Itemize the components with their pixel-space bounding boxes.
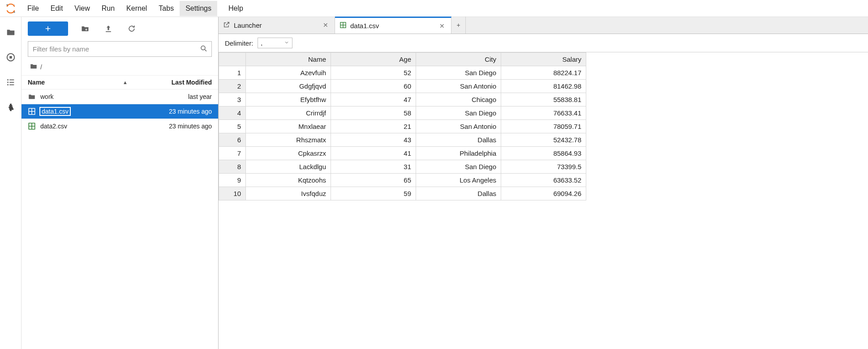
folder-icon: [28, 93, 37, 101]
table-row[interactable]: 1Azevfuih52San Diego88224.17: [219, 66, 586, 80]
cell[interactable]: 59: [331, 187, 416, 200]
row-number: 4: [219, 106, 246, 120]
cell[interactable]: Los Angeles: [416, 174, 501, 187]
cell[interactable]: 69094.26: [501, 187, 586, 200]
delimiter-value: ,: [261, 39, 262, 47]
cell[interactable]: Dallas: [416, 133, 501, 147]
svg-point-1: [13, 11, 15, 13]
file-list-header[interactable]: Name ▲ Last Modified: [21, 75, 218, 89]
tab-title: data1.csv: [350, 22, 434, 30]
menu-settings[interactable]: Settings: [180, 1, 217, 16]
cell[interactable]: Rhszmatx: [246, 133, 331, 147]
menu-view[interactable]: View: [69, 1, 95, 16]
menu-run[interactable]: Run: [96, 1, 120, 16]
cell[interactable]: 58: [331, 106, 416, 120]
breadcrumb[interactable]: /: [21, 60, 218, 75]
table-row[interactable]: 4Crirrdjf58San Diego76633.41: [219, 106, 586, 120]
delimiter-label: Delimiter:: [225, 39, 253, 47]
cell[interactable]: San Diego: [416, 66, 501, 80]
cell[interactable]: Lackdlgu: [246, 160, 331, 174]
cell[interactable]: 43: [331, 133, 416, 147]
column-header[interactable]: City: [416, 53, 501, 66]
file-browser: / Name ▲ Last Modified worklast yeardata…: [21, 17, 219, 349]
close-icon[interactable]: ✕: [321, 21, 330, 29]
table-row[interactable]: 7Cpkasrzx41Philadelphia85864.93: [219, 147, 586, 160]
column-header[interactable]: Salary: [501, 53, 586, 66]
cell[interactable]: Efybtfhw: [246, 93, 331, 106]
cell[interactable]: Dallas: [416, 187, 501, 200]
cell[interactable]: Cpkasrzx: [246, 147, 331, 160]
cell[interactable]: 60: [331, 80, 416, 93]
cell[interactable]: 21: [331, 120, 416, 133]
table-row[interactable]: 10Ivsfqduz59Dallas69094.26: [219, 187, 586, 200]
file-row[interactable]: data1.csv23 minutes ago: [21, 104, 218, 119]
launcher-icon: [223, 21, 230, 30]
table-row[interactable]: 5Mnxlaear21San Antonio78059.71: [219, 120, 586, 133]
table-row[interactable]: 2Gdgfjqvd60San Antonio81462.98: [219, 80, 586, 93]
close-icon[interactable]: ✕: [438, 22, 447, 30]
cell[interactable]: 31: [331, 160, 416, 174]
cell[interactable]: 73399.5: [501, 160, 586, 174]
row-number: 8: [219, 160, 246, 174]
delimiter-select[interactable]: ,: [258, 38, 292, 48]
file-row[interactable]: data2.csv23 minutes ago: [21, 119, 218, 133]
cell[interactable]: 81462.98: [501, 80, 586, 93]
toc-icon[interactable]: [4, 76, 17, 89]
folder-icon[interactable]: [4, 26, 17, 38]
column-header[interactable]: Age: [331, 53, 416, 66]
cell[interactable]: 78059.71: [501, 120, 586, 133]
cell[interactable]: 47: [331, 93, 416, 106]
cell[interactable]: 52: [331, 66, 416, 80]
cell[interactable]: Ivsfqduz: [246, 187, 331, 200]
upload-icon[interactable]: [102, 22, 115, 35]
menu-kernel[interactable]: Kernel: [120, 1, 153, 16]
extensions-icon[interactable]: [4, 101, 17, 114]
menubar: FileEditViewRunKernelTabsSettingsHelp: [0, 0, 868, 17]
cell[interactable]: Mnxlaear: [246, 120, 331, 133]
file-row[interactable]: worklast year: [21, 89, 218, 104]
menu-tabs[interactable]: Tabs: [153, 1, 180, 16]
cell[interactable]: Chicago: [416, 93, 501, 106]
cell[interactable]: Kqtzoohs: [246, 174, 331, 187]
row-number: 9: [219, 174, 246, 187]
menu-file[interactable]: File: [21, 1, 45, 16]
refresh-icon[interactable]: [125, 22, 138, 35]
menu-help[interactable]: Help: [223, 1, 249, 16]
table-row[interactable]: 9Kqtzoohs65Los Angeles63633.52: [219, 174, 586, 187]
tab-data1-csv[interactable]: data1.csv✕: [335, 17, 451, 34]
cell[interactable]: San Antonio: [416, 80, 501, 93]
row-number: 3: [219, 93, 246, 106]
cell[interactable]: 55838.81: [501, 93, 586, 106]
search-icon: [200, 44, 208, 54]
table-row[interactable]: 6Rhszmatx43Dallas52432.78: [219, 133, 586, 147]
new-folder-icon[interactable]: [79, 22, 91, 35]
spreadsheet-icon: [28, 122, 37, 130]
cell[interactable]: San Antonio: [416, 120, 501, 133]
running-icon[interactable]: [4, 51, 17, 64]
chevron-down-icon: [284, 39, 289, 47]
cell[interactable]: 65: [331, 174, 416, 187]
cell[interactable]: 88224.17: [501, 66, 586, 80]
table-row[interactable]: 3Efybtfhw47Chicago55838.81: [219, 93, 586, 106]
file-name: data2.csv: [40, 123, 67, 130]
menu-edit[interactable]: Edit: [45, 1, 69, 16]
column-header[interactable]: Name: [246, 53, 331, 66]
cell[interactable]: Philadelphia: [416, 147, 501, 160]
cell[interactable]: 41: [331, 147, 416, 160]
cell[interactable]: Azevfuih: [246, 66, 331, 80]
filter-input[interactable]: [28, 42, 211, 56]
tab-launcher[interactable]: Launcher✕: [219, 17, 335, 34]
cell[interactable]: 76633.41: [501, 106, 586, 120]
table-row[interactable]: 8Lackdlgu31San Diego73399.5: [219, 160, 586, 174]
cell[interactable]: 85864.93: [501, 147, 586, 160]
new-launcher-button[interactable]: [28, 21, 68, 36]
cell[interactable]: 63633.52: [501, 174, 586, 187]
cell[interactable]: San Diego: [416, 160, 501, 174]
file-modified: 23 minutes ago: [136, 108, 212, 115]
cell[interactable]: Gdgfjqvd: [246, 80, 331, 93]
new-tab-button[interactable]: +: [451, 17, 466, 34]
cell[interactable]: Crirrdjf: [246, 106, 331, 120]
cell[interactable]: San Diego: [416, 106, 501, 120]
csv-table[interactable]: NameAgeCitySalary 1Azevfuih52San Diego88…: [219, 52, 586, 200]
cell[interactable]: 52432.78: [501, 133, 586, 147]
